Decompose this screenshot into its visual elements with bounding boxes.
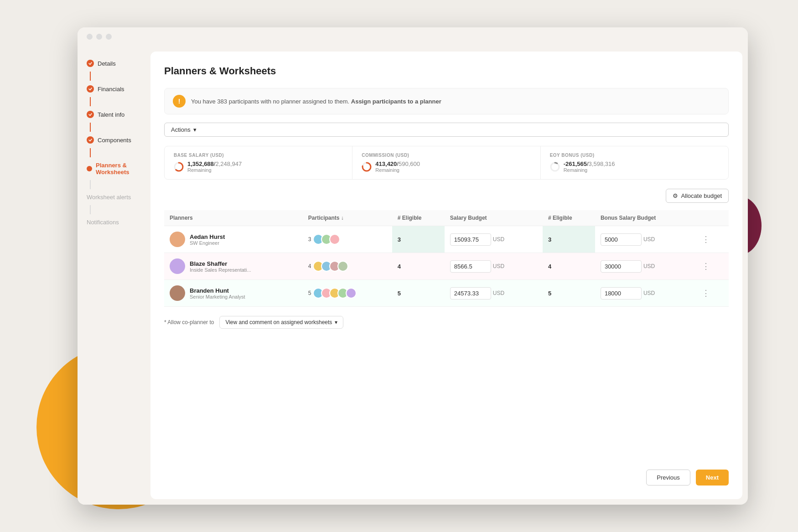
sidebar-line-5	[90, 180, 91, 189]
sidebar-label-worksheet-alerts: Worksheet alerts	[87, 194, 131, 201]
sidebar-line-4	[90, 148, 91, 157]
sidebar-item-components[interactable]: Components	[78, 132, 150, 148]
check-icon-talent-info	[87, 111, 94, 118]
row-more-button-blaze[interactable]: ⋮	[700, 259, 712, 273]
col-header-eligible-bonus: # Eligible	[543, 210, 595, 226]
sidebar-label-talent-info: Talent info	[98, 111, 124, 118]
actions-cell-aedan: ⋮	[694, 226, 729, 253]
bonus-input-aedan[interactable]	[601, 233, 642, 246]
planner-info: Aedan Hurst SW Engineer	[170, 232, 297, 247]
sidebar-item-financials[interactable]: Financials	[78, 81, 150, 97]
actions-cell-branden: ⋮	[694, 280, 729, 307]
bonus-budget-aedan: USD	[595, 226, 694, 253]
sidebar-item-planners-worksheets[interactable]: Planners & Worksheets	[78, 157, 150, 180]
participant-num-aedan: 3	[308, 236, 311, 243]
budget-stat-eoy-bonus: EOY BONUS (USD) -261,565/3,598,316 Remai…	[541, 146, 728, 179]
bonus-input-container-aedan: USD	[601, 233, 689, 246]
base-salary-value: 1,352,688/2,248,947 Remaining	[174, 160, 343, 173]
commission-numbers: 413,420/590,600	[375, 160, 420, 167]
commission-remaining: Remaining	[375, 167, 420, 173]
eligible-bonus-aedan: 3	[543, 226, 595, 253]
base-salary-remaining: Remaining	[187, 167, 242, 173]
salary-input-blaze[interactable]	[450, 260, 491, 273]
col-header-actions	[694, 210, 729, 226]
active-dot-planners	[87, 166, 92, 171]
avatar-stack-branden	[313, 288, 357, 299]
previous-button[interactable]: Previous	[646, 470, 690, 486]
page-title: Planners & Worksheets	[164, 65, 729, 77]
window-content: Details Financials Talent info	[78, 46, 748, 505]
sidebar-item-worksheet-alerts[interactable]: Worksheet alerts	[78, 189, 150, 205]
planner-name-blaze: Blaze Shaffer	[190, 260, 251, 267]
coplanner-row: * Allow co-planner to View and comment o…	[164, 316, 729, 329]
participant-num-blaze: 4	[308, 263, 311, 269]
salary-input-container-aedan: USD	[450, 233, 537, 246]
table-row: Blaze Shaffer Inside Sales Representati.…	[164, 253, 729, 280]
salary-budget-aedan: USD	[445, 226, 543, 253]
chevron-down-icon: ▾	[335, 319, 337, 325]
mini-avatar	[346, 288, 357, 299]
sidebar-label-notifications: Notifications	[87, 219, 119, 226]
eoy-bonus-value: -261,565/3,598,316 Remaining	[550, 160, 719, 173]
planner-info: Blaze Shaffer Inside Sales Representati.…	[170, 258, 297, 274]
warning-message: You have 383 participants with no planne…	[191, 98, 349, 105]
budget-stats: BASE SALARY (USD) 1,352,688/2,248,947 Re…	[164, 146, 729, 180]
planner-info-cell: Aedan Hurst SW Engineer	[164, 226, 303, 253]
chevron-down-icon: ▾	[193, 126, 197, 133]
bonus-input-container-blaze: USD	[601, 260, 689, 273]
bonus-input-blaze[interactable]	[601, 260, 642, 273]
participants-cell-aedan: 3	[303, 226, 392, 253]
allocate-label: Allocate budget	[681, 192, 722, 199]
warning-banner: ! You have 383 participants with no plan…	[164, 88, 729, 114]
sidebar-label-planners-worksheets: Planners & Worksheets	[96, 162, 141, 176]
allocate-budget-button[interactable]: ⚙ Allocate budget	[666, 189, 729, 203]
sidebar-label-financials: Financials	[98, 86, 124, 93]
sidebar-item-details[interactable]: Details	[78, 55, 150, 72]
participants-cell-blaze: 4	[303, 253, 392, 280]
avatar-aedan	[170, 232, 185, 247]
avatar-stack-aedan	[313, 234, 340, 245]
window-dot-close[interactable]	[87, 34, 93, 40]
eligible-salary-aedan: 3	[392, 226, 445, 253]
allocate-btn-container: ⚙ Allocate budget	[164, 189, 729, 203]
planner-role-blaze: Inside Sales Representati...	[190, 267, 251, 273]
budget-stat-base-salary: BASE SALARY (USD) 1,352,688/2,248,947 Re…	[165, 146, 352, 179]
col-header-planners: Planners	[164, 210, 303, 226]
eoy-bonus-ring-icon	[550, 162, 560, 172]
salary-input-aedan[interactable]	[450, 233, 491, 246]
participant-avatars-aedan: 3	[308, 234, 387, 245]
warning-link[interactable]: Assign participants to a planner	[351, 98, 441, 105]
sidebar-item-notifications[interactable]: Notifications	[78, 214, 150, 230]
sidebar: Details Financials Talent info	[78, 46, 150, 505]
allocate-icon: ⚙	[673, 192, 678, 199]
planner-role-branden: Senior Marketing Analyst	[190, 294, 245, 300]
salary-input-branden[interactable]	[450, 287, 491, 300]
col-header-eligible-salary: # Eligible	[392, 210, 445, 226]
next-button[interactable]: Next	[696, 470, 729, 486]
coplanner-label: * Allow co-planner to	[164, 319, 214, 325]
bonus-input-branden[interactable]	[601, 287, 642, 300]
col-header-bonus-budget: Bonus Salary Budget	[595, 210, 694, 226]
eligible-bonus-branden: 5	[543, 280, 595, 307]
bonus-budget-branden: USD	[595, 280, 694, 307]
main-content: Planners & Worksheets ! You have 383 par…	[150, 52, 742, 499]
actions-button[interactable]: Actions ▾	[164, 123, 729, 137]
participants-cell-branden: 5	[303, 280, 392, 307]
commission-ring-icon	[362, 162, 372, 172]
bonus-currency-aedan: USD	[643, 236, 655, 243]
planner-role-aedan: SW Engineer	[190, 240, 225, 246]
coplanner-select[interactable]: View and comment on assigned worksheets …	[219, 316, 343, 329]
mini-avatar	[329, 234, 340, 245]
row-more-button-aedan[interactable]: ⋮	[700, 232, 712, 246]
row-more-button-branden[interactable]: ⋮	[700, 286, 712, 300]
window-dot-maximize[interactable]	[106, 34, 112, 40]
window-dot-minimize[interactable]	[96, 34, 102, 40]
sidebar-line-6	[90, 205, 91, 214]
eoy-bonus-remaining: Remaining	[564, 167, 615, 173]
sidebar-item-talent-info[interactable]: Talent info	[78, 106, 150, 123]
title-bar	[78, 27, 748, 46]
commission-value: 413,420/590,600 Remaining	[362, 160, 531, 173]
sidebar-line-3	[90, 123, 91, 132]
bonus-input-container-branden: USD	[601, 287, 689, 300]
bonus-currency-branden: USD	[643, 290, 655, 296]
